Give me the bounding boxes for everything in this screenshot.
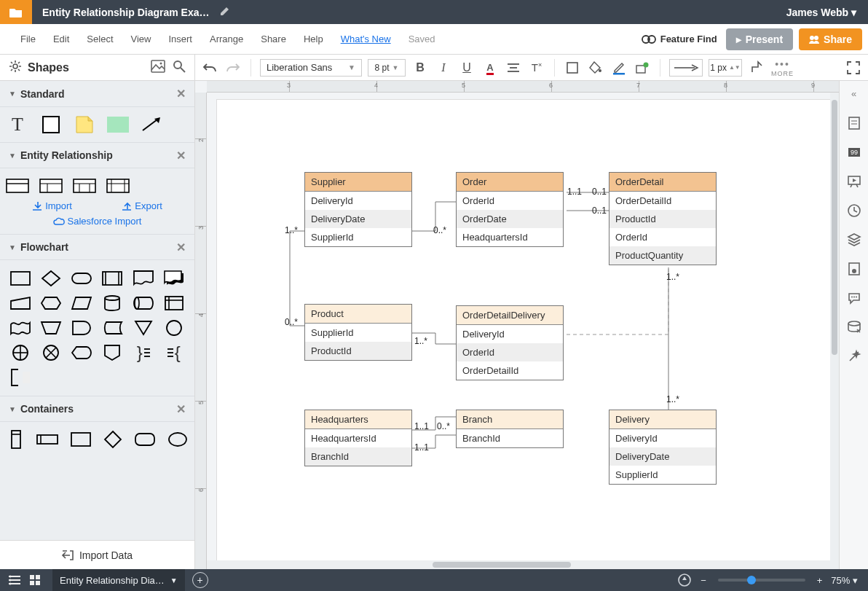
image-icon[interactable]: [151, 60, 165, 75]
fc-bracket-r[interactable]: }: [133, 345, 154, 361]
fc-delay[interactable]: [71, 320, 92, 336]
container-diamond[interactable]: [104, 429, 122, 450]
er-import-link[interactable]: Import: [32, 200, 72, 211]
fc-data[interactable]: [71, 295, 92, 311]
fc-database[interactable]: [102, 295, 122, 311]
fc-internalstorage[interactable]: [164, 295, 184, 311]
database-icon[interactable]: [847, 320, 861, 334]
fc-directdata[interactable]: [133, 295, 154, 311]
history-icon[interactable]: [847, 203, 861, 218]
menu-arrange[interactable]: Arrange: [201, 34, 252, 44]
entity-supplier[interactable]: Supplier DeliveryId DeliveryDate Supplie…: [304, 172, 412, 247]
page-thumb-icon[interactable]: [847, 116, 861, 130]
font-family-select[interactable]: Liberation Sans▼: [260, 59, 362, 77]
fc-connector[interactable]: [164, 320, 184, 336]
canvas[interactable]: 3 4 5 6 7 8 9 2 3 4 5 6: [195, 81, 839, 569]
more-button[interactable]: •••MORE: [771, 58, 794, 77]
fc-multidoc[interactable]: [164, 270, 184, 286]
fc-note[interactable]: [10, 369, 31, 385]
fc-manualop[interactable]: [41, 320, 61, 336]
hotspot-shape[interactable]: [108, 114, 128, 135]
edit-title-icon[interactable]: [220, 6, 230, 18]
menu-view[interactable]: View: [122, 34, 160, 44]
block-shape[interactable]: [41, 114, 61, 135]
fullscreen-icon[interactable]: [845, 59, 862, 77]
menu-file[interactable]: File: [12, 34, 44, 44]
note-shape[interactable]: [74, 114, 95, 135]
italic-icon[interactable]: I: [435, 59, 452, 77]
magic-icon[interactable]: [847, 349, 861, 364]
canvas-v-scrollbar[interactable]: [830, 93, 839, 560]
er-table-shape-2[interactable]: [41, 176, 61, 196]
entity-order[interactable]: Order OrderId OrderDate HeadquartersId: [456, 172, 564, 247]
er-table-shape-3[interactable]: [74, 176, 95, 196]
fc-display[interactable]: [71, 345, 92, 361]
entity-odd[interactable]: OrderDetailDelivery DeliveryId OrderId O…: [456, 305, 564, 380]
underline-icon[interactable]: U: [458, 59, 476, 77]
feature-find[interactable]: Feature Find: [642, 34, 717, 44]
add-page-button[interactable]: +: [192, 572, 208, 588]
section-standard[interactable]: ▼Standard✕: [0, 81, 194, 107]
menu-select[interactable]: Select: [78, 34, 122, 44]
collapse-icon[interactable]: «: [851, 85, 856, 101]
font-color-icon[interactable]: A: [481, 59, 499, 77]
fc-merge[interactable]: [133, 320, 154, 336]
align-icon[interactable]: [505, 59, 522, 77]
search-icon[interactable]: [173, 60, 186, 75]
chat-icon[interactable]: [847, 291, 861, 305]
container-rounded[interactable]: [135, 429, 155, 450]
grid-view-icon[interactable]: [26, 571, 44, 589]
connector-icon[interactable]: [748, 59, 765, 77]
folder-icon[interactable]: [0, 0, 32, 24]
shape-fill-icon[interactable]: [564, 59, 581, 77]
fc-sumjunction[interactable]: [41, 345, 61, 361]
fc-or[interactable]: [10, 345, 31, 361]
fc-manualio[interactable]: [10, 295, 31, 311]
close-icon[interactable]: ✕: [176, 149, 186, 163]
entity-product[interactable]: Product SupplierId ProductId: [304, 304, 412, 361]
er-table-shape-4[interactable]: [108, 176, 128, 196]
fc-process[interactable]: [10, 270, 31, 286]
fc-papertape[interactable]: [10, 320, 31, 336]
close-icon[interactable]: ✕: [176, 87, 186, 101]
fc-bracket-l[interactable]: {: [164, 345, 184, 361]
menu-whats-new[interactable]: What's New: [332, 34, 400, 44]
entity-delivery[interactable]: Delivery DeliveryId DeliveryDate Supplie…: [609, 410, 717, 485]
document-title[interactable]: Entity Relationship Diagram Exa…: [32, 7, 220, 18]
import-data-button[interactable]: Import Data: [0, 540, 194, 569]
font-size-select[interactable]: 8 pt ▼: [368, 59, 406, 77]
swimlane-v[interactable]: [7, 429, 24, 450]
text-shape[interactable]: T: [7, 114, 28, 135]
section-er[interactable]: ▼Entity Relationship✕: [0, 142, 194, 168]
fc-terminator[interactable]: [71, 270, 92, 286]
menu-share[interactable]: Share: [252, 34, 295, 44]
fc-document[interactable]: [133, 270, 154, 286]
redo-icon[interactable]: [224, 59, 242, 77]
fc-decision[interactable]: [41, 270, 61, 286]
stroke-width-select[interactable]: 1 px ▲▼: [709, 59, 742, 77]
fc-storeddata[interactable]: [102, 320, 122, 336]
section-flowchart[interactable]: ▼Flowchart✕: [0, 234, 194, 260]
zoom-level[interactable]: 75% ▾: [831, 575, 858, 586]
line-style-select[interactable]: [669, 59, 703, 77]
entity-hq[interactable]: Headquarters HeadquartersId BranchId: [304, 410, 412, 466]
fill-bucket-icon[interactable]: [587, 59, 604, 77]
menu-insert[interactable]: Insert: [159, 34, 201, 44]
line-shape[interactable]: [141, 114, 162, 135]
shape-swap-icon[interactable]: [634, 59, 651, 77]
comments-icon[interactable]: 99: [847, 145, 861, 160]
close-icon[interactable]: ✕: [176, 402, 186, 416]
zoom-out-button[interactable]: −: [701, 575, 706, 586]
outline-view-icon[interactable]: [6, 571, 23, 589]
swimlane-h[interactable]: [37, 429, 58, 450]
masterpage-icon[interactable]: [847, 262, 861, 276]
menu-edit[interactable]: Edit: [44, 34, 78, 44]
undo-icon[interactable]: [201, 59, 218, 77]
canvas-h-scrollbar[interactable]: [207, 560, 839, 569]
fc-prep[interactable]: [41, 295, 61, 311]
autoscroll-icon[interactable]: [676, 571, 693, 589]
close-icon[interactable]: ✕: [176, 240, 186, 254]
paper[interactable]: Supplier DeliveryId DeliveryDate Supplie…: [217, 100, 832, 560]
container-rect[interactable]: [71, 429, 91, 450]
line-color-icon[interactable]: [610, 59, 628, 77]
